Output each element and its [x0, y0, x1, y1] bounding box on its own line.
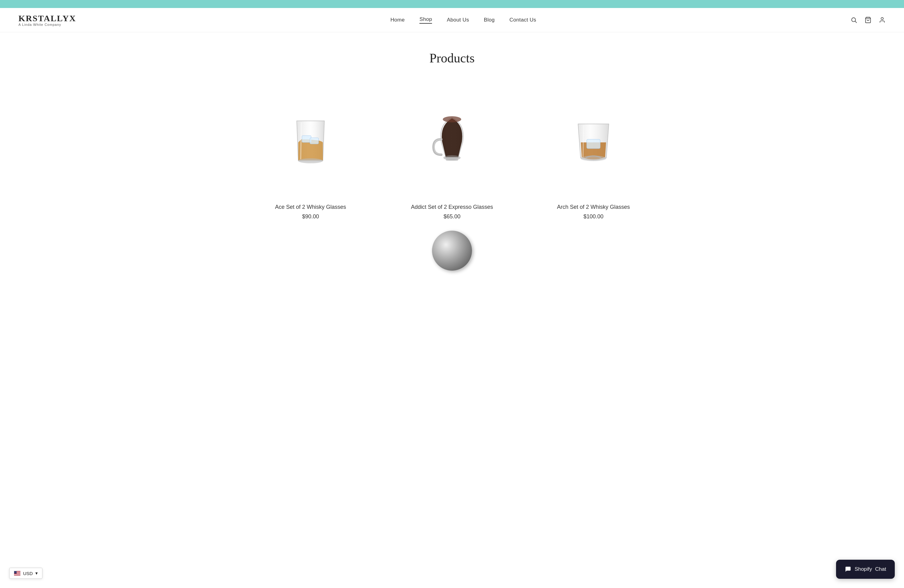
svg-line-6 [301, 122, 301, 159]
svg-point-0 [852, 18, 856, 22]
nav-contact[interactable]: Contact Us [509, 17, 536, 23]
user-icon [879, 17, 885, 24]
svg-rect-5 [310, 138, 319, 144]
bottom-product-partial [249, 226, 655, 275]
nav-blog[interactable]: Blog [484, 17, 495, 23]
nav-about[interactable]: About Us [447, 17, 469, 23]
svg-line-12 [583, 125, 583, 157]
svg-point-8 [443, 116, 461, 122]
page-title: Products [249, 51, 655, 65]
svg-point-7 [298, 158, 323, 163]
products-grid: Ace Set of 2 Whisky Glasses $90.00 [249, 84, 655, 220]
product-image-arch [532, 84, 655, 194]
svg-line-1 [855, 21, 857, 23]
search-button[interactable] [850, 17, 857, 24]
svg-point-13 [580, 156, 606, 161]
product-name-expresso: Addict Set of 2 Expresso Glasses [411, 204, 493, 210]
product-image-ace [249, 84, 372, 194]
nav-home[interactable]: Home [390, 17, 405, 23]
whisky-ace-illustration [280, 106, 341, 173]
product-card-arch[interactable]: Arch Set of 2 Whisky Glasses $100.00 [532, 84, 655, 220]
product-image-expresso [390, 84, 514, 194]
user-button[interactable] [879, 17, 885, 24]
logo[interactable]: KRSTALLYX A Linda White Company [19, 14, 76, 27]
cart-button[interactable] [864, 17, 871, 24]
svg-rect-10 [446, 158, 458, 161]
product-price-ace: $90.00 [302, 213, 319, 220]
logo-text: KRSTALLYX [19, 14, 76, 24]
svg-point-3 [881, 17, 883, 20]
product-price-expresso: $65.00 [443, 213, 460, 220]
product-card-expresso[interactable]: Addict Set of 2 Expresso Glasses $65.00 [390, 84, 514, 220]
product-price-arch: $100.00 [583, 213, 603, 220]
search-icon [850, 17, 857, 24]
header-icons [850, 17, 885, 24]
sphere-object [432, 231, 472, 270]
product-card-ace[interactable]: Ace Set of 2 Whisky Glasses $90.00 [249, 84, 372, 220]
main-nav: Home Shop About Us Blog Contact Us [390, 16, 536, 24]
svg-rect-11 [587, 139, 600, 149]
cart-icon [864, 17, 871, 24]
whisky-arch-illustration [563, 106, 624, 173]
sphere-image [427, 226, 477, 275]
expresso-illustration [421, 106, 483, 173]
site-header: KRSTALLYX A Linda White Company Home Sho… [0, 8, 904, 32]
nav-shop[interactable]: Shop [419, 16, 432, 24]
top-banner [0, 0, 904, 8]
main-content: Products [237, 32, 667, 288]
product-name-arch: Arch Set of 2 Whisky Glasses [557, 204, 630, 210]
product-name-ace: Ace Set of 2 Whisky Glasses [275, 204, 346, 210]
logo-subtitle: A Linda White Company [19, 23, 61, 27]
